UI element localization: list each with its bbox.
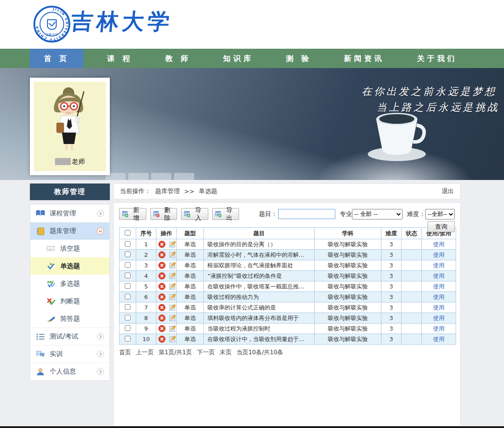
cell-number: 2 (136, 250, 156, 260)
cell-status (402, 281, 422, 292)
edit-row-icon[interactable] (169, 325, 176, 332)
delete-row-icon[interactable] (158, 251, 166, 259)
nav-item-home[interactable]: 首 页 (30, 49, 83, 68)
delete-row-icon[interactable] (158, 283, 166, 290)
row-checkbox[interactable] (125, 315, 131, 320)
row-checkbox[interactable] (125, 304, 131, 310)
sidebar-item-question-bank[interactable]: 题库管理 (30, 222, 109, 240)
select-all-checkbox[interactable] (125, 230, 131, 236)
sidebar-item-tests-exams[interactable]: 测试/考试 (30, 327, 109, 345)
sidebar-item-multi-choice[interactable]: ABC 多选题 (30, 275, 109, 292)
pagination-last[interactable]: 末页 (220, 349, 232, 356)
edit-row-icon[interactable] (169, 293, 176, 301)
row-checkbox[interactable] (125, 252, 131, 257)
cell-difficulty: 3 (381, 334, 402, 345)
edit-row-icon[interactable] (169, 304, 176, 311)
delete-row-icon[interactable] (158, 335, 166, 343)
use-link[interactable]: 使用 (422, 313, 456, 324)
nav-item-knowledge[interactable]: 知识库 (212, 49, 265, 68)
nav-item-quiz[interactable]: 测 验 (275, 49, 323, 68)
edit-row-icon[interactable] (169, 272, 176, 280)
nav-item-courses[interactable]: 课 程 (96, 49, 144, 68)
sidebar-item-true-false[interactable]: 判断题 (30, 292, 109, 310)
import-button[interactable]: 导入 (181, 208, 208, 220)
use-link[interactable]: 使用 (422, 281, 456, 292)
logout-button[interactable]: 退出 (442, 187, 454, 195)
edit-row-icon[interactable] (169, 314, 176, 322)
edit-row-icon[interactable] (169, 241, 176, 248)
table-row: 9 单选 当吸收过程为液膜控制时 吸收与解吸实验 3 使用 (120, 324, 456, 334)
sidebar-item-short-answer[interactable]: 简答题 (30, 310, 109, 327)
cell-actions (156, 324, 177, 334)
use-link[interactable]: 使用 (422, 271, 456, 281)
header-actions: 操作 (156, 228, 177, 239)
delete-row-icon[interactable] (158, 262, 166, 269)
export-button[interactable]: 导出 (212, 208, 239, 220)
pagination-next[interactable]: 下一页 (197, 349, 215, 356)
pagination-first[interactable]: 首页 (119, 349, 131, 356)
row-checkbox[interactable] (125, 325, 131, 331)
cell-checkbox (120, 239, 136, 250)
delete-row-icon[interactable] (158, 314, 166, 322)
row-checkbox[interactable] (125, 336, 131, 342)
query-button[interactable]: 查询 (428, 221, 455, 232)
edit-row-icon[interactable] (169, 262, 176, 269)
list-icon (36, 333, 45, 341)
edit-row-icon[interactable] (169, 283, 176, 290)
cell-status (402, 260, 422, 271)
breadcrumb-section[interactable]: 题库管理 (155, 187, 180, 195)
major-select[interactable]: -- 全部 -- (352, 209, 402, 219)
row-checkbox[interactable] (125, 294, 131, 299)
teacher-cartoon-icon (44, 85, 96, 153)
cell-difficulty: 3 (381, 239, 402, 250)
row-checkbox[interactable] (125, 262, 131, 268)
svg-text:ABC: ABC (47, 281, 54, 284)
sidebar-item-single-choice[interactable]: A 单选题 (30, 257, 109, 275)
use-link[interactable]: 使用 (422, 334, 456, 345)
sidebar-item-training[interactable]: 实训 (30, 345, 109, 363)
use-link[interactable]: 使用 (422, 250, 456, 260)
delete-row-icon[interactable] (158, 272, 166, 280)
use-link[interactable]: 使用 (422, 292, 456, 302)
sidebar-item-course-mgmt[interactable]: 课程管理 (30, 205, 109, 222)
cell-actions (156, 250, 177, 260)
row-checkbox[interactable] (125, 273, 131, 278)
cell-checkbox (120, 324, 136, 334)
row-checkbox[interactable] (125, 241, 131, 247)
sidebar-item-personal-info[interactable]: 个人信息 (30, 363, 109, 380)
add-button-label: 新增 (131, 206, 141, 222)
chevron-right-icon (97, 333, 104, 340)
row-checkbox[interactable] (125, 283, 131, 289)
delete-row-icon[interactable] (158, 293, 166, 301)
table-row: 5 单选 在吸收操作中，吸收塔某一截面总推... 吸收与解吸实验 3 使用 (120, 281, 456, 292)
chevron-right-icon (97, 350, 104, 358)
delete-button[interactable]: 删除 (150, 208, 178, 220)
chevron-down-icon (97, 227, 104, 235)
table-row: 1 单选 吸收操作的目的是分离（） 吸收与解吸实验 3 使用 (120, 239, 456, 250)
edit-row-icon[interactable] (169, 335, 176, 343)
nav-item-about[interactable]: 关于我们 (406, 49, 469, 68)
teacher-name-suffix: 老师 (72, 158, 85, 165)
sidebar-item-fill-blank[interactable]: 填空题 (30, 240, 109, 257)
header-title: 题目 (204, 228, 315, 239)
cell-type: 单选 (177, 250, 204, 260)
chat-bubbles-icon (36, 350, 45, 358)
delete-row-icon[interactable] (158, 325, 166, 332)
use-link[interactable]: 使用 (422, 239, 456, 250)
breadcrumb-current: 单选题 (199, 187, 217, 195)
use-link[interactable]: 使用 (422, 324, 456, 334)
nav-item-teachers[interactable]: 教 师 (154, 49, 202, 68)
cell-subject: 吸收与解吸实验 (315, 260, 381, 271)
nav-item-news[interactable]: 新闻资讯 (333, 49, 396, 68)
delete-row-icon[interactable] (158, 304, 166, 311)
use-link[interactable]: 使用 (422, 260, 456, 271)
title-filter-input[interactable] (278, 209, 335, 219)
cell-subject: 吸收与解吸实验 (315, 271, 381, 281)
add-button[interactable]: 新增 (119, 208, 146, 220)
use-link[interactable]: 使用 (422, 302, 456, 313)
cell-number: 9 (136, 324, 156, 334)
pagination-prev[interactable]: 上一页 (136, 349, 154, 356)
difficulty-select[interactable]: --全部-- (425, 209, 455, 219)
edit-row-icon[interactable] (169, 251, 176, 259)
delete-row-icon[interactable] (158, 241, 166, 248)
